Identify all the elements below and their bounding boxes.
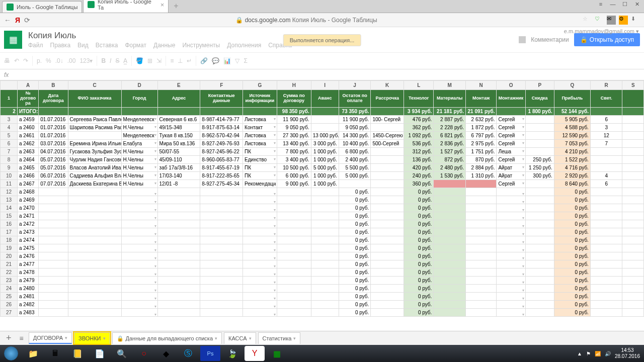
column-header[interactable]: O [497,81,525,90]
cell[interactable] [371,188,404,196]
totals-cell[interactable]: ИТОГО: [17,107,38,115]
cell[interactable] [371,196,404,204]
cell[interactable] [371,220,404,228]
cell[interactable] [39,244,68,252]
totals-cell[interactable] [157,107,200,115]
cell[interactable]: 0 руб. [404,212,434,220]
sheet-tab[interactable]: Статистика▾ [258,332,301,344]
cell[interactable]: 0 руб. [554,284,590,292]
cell[interactable] [622,268,644,276]
cell[interactable] [157,220,200,228]
totals-cell[interactable] [39,107,68,115]
cell[interactable]: 01.07.2016 [39,131,68,139]
cell[interactable]: 0 руб. [554,268,590,276]
cell[interactable]: Власов Анатолий Иван [68,163,121,171]
cell[interactable]: 2 920 руб. [554,171,590,179]
totals-cell[interactable]: 98 350 руб. [277,107,311,115]
totals-cell[interactable] [590,107,622,115]
cell[interactable] [622,123,644,131]
cell[interactable]: 0 руб. [554,204,590,212]
cell[interactable] [497,276,525,284]
cell[interactable] [497,284,525,292]
cell[interactable] [277,220,311,228]
cell[interactable]: 0 руб. [404,252,434,260]
chevron-down-icon[interactable]: ▾ [293,336,296,341]
cell[interactable] [622,188,644,196]
cell[interactable]: 1 250 руб. [525,163,554,171]
strike-button[interactable]: S [115,57,119,64]
cell[interactable] [525,276,554,284]
totals-cell[interactable] [311,107,339,115]
cell[interactable]: 2 884 руб. [465,163,496,171]
cell[interactable]: заб 17а/3/8-16 [157,163,200,171]
cell[interactable] [68,276,121,284]
cell[interactable] [200,212,243,220]
row-number[interactable]: 16 [1,220,18,228]
cell[interactable]: 0 руб. [404,276,434,284]
cell[interactable] [200,188,243,196]
percent-button[interactable]: % [46,57,51,64]
cell[interactable]: 0 руб. [554,236,590,244]
cell[interactable]: 1 000 руб. [311,171,339,179]
cell[interactable]: 12/01 -8 [157,179,200,188]
cell[interactable] [68,244,121,252]
cell[interactable]: 0 руб. [554,276,590,284]
row-number[interactable]: 17 [1,228,18,236]
cell[interactable] [434,292,466,300]
cell[interactable]: 7 [590,139,622,147]
cell[interactable]: 0 руб. [339,268,371,276]
totals-cell[interactable] [200,107,243,115]
cell[interactable] [243,252,277,260]
cell[interactable]: 27 300 руб. [277,131,311,139]
cell[interactable] [590,292,622,300]
cell[interactable] [525,115,554,123]
cell[interactable] [121,268,157,276]
cell[interactable]: Листовка [243,115,277,123]
cell[interactable] [622,292,644,300]
cell[interactable]: 1 000 руб. [311,179,339,188]
row-number[interactable]: 18 [1,236,18,244]
cell[interactable] [311,204,339,212]
borders-icon[interactable]: ⊞ [147,57,152,64]
maximize-icon[interactable]: ☐ [620,1,630,9]
excel-icon[interactable]: ▦ [267,346,287,361]
cell[interactable]: 1 872 руб. [465,123,496,131]
link-icon[interactable]: 🔗 [200,57,208,64]
menu-edit[interactable]: Правка [50,42,71,49]
cell[interactable]: 100- Сергей [371,115,404,123]
cell[interactable]: Айрат [497,171,525,179]
cell[interactable]: 0 руб. [404,188,434,196]
column-header[interactable]: D [121,81,157,90]
cell[interactable] [622,228,644,236]
cell[interactable] [434,236,466,244]
cell[interactable]: 6 821 руб. [434,131,466,139]
column-header[interactable]: G [243,81,277,90]
cell[interactable] [525,204,554,212]
cell[interactable]: 0 руб. [404,284,434,292]
sheets-logo-icon[interactable]: ▦ [4,31,22,49]
cell[interactable] [497,308,525,316]
cell[interactable] [243,244,277,252]
cell[interactable] [465,260,496,268]
cell[interactable] [121,292,157,300]
cell[interactable]: 3 [590,123,622,131]
cell[interactable]: 0 руб. [339,276,371,284]
cell[interactable] [371,300,404,308]
cell[interactable] [465,179,496,188]
totals-cell[interactable]: 3 934 руб. [404,107,434,115]
cell[interactable] [371,212,404,220]
cell[interactable] [157,300,200,308]
cell[interactable]: 872 руб. [434,155,466,163]
column-header[interactable]: C [68,81,121,90]
cell[interactable] [121,188,157,196]
cell[interactable]: Даскиева Екатерина В [68,179,121,188]
chevron-down-icon[interactable]: ▾ [103,336,106,341]
undo-icon[interactable]: ↶ [14,57,19,64]
cell[interactable]: 240 руб. [404,171,434,179]
cell[interactable] [525,260,554,268]
cell[interactable] [590,300,622,308]
functions-icon[interactable]: Σ [244,57,247,64]
row-number[interactable]: 2 [1,107,18,115]
cell[interactable] [497,292,525,300]
cell[interactable]: Северная 6 кв.6 [157,115,200,123]
